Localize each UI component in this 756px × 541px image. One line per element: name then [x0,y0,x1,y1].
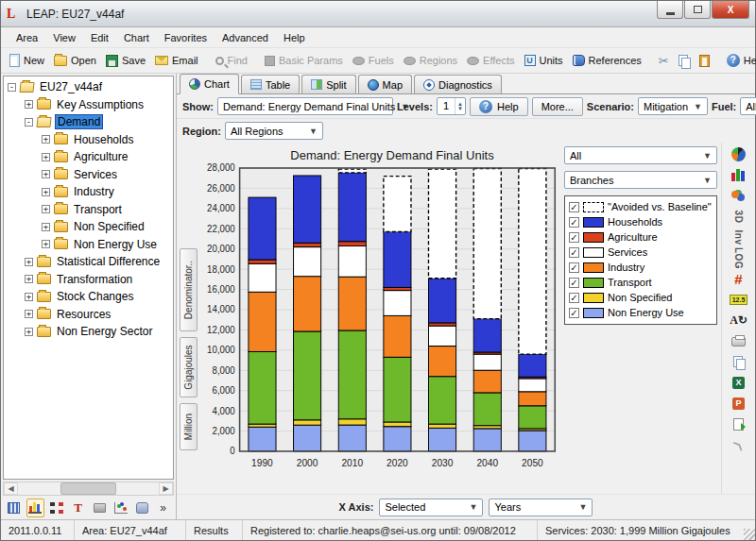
region-select[interactable]: All Regions▼ [225,122,323,140]
tree-horizontal-scrollbar[interactable]: ◀ ▶ [3,482,174,496]
results-view-icon[interactable] [26,499,45,517]
expand-icon[interactable]: + [42,153,50,161]
paste-button[interactable] [695,52,714,70]
show-select[interactable]: Demand: Energy Demand Final Units▼ [217,97,393,115]
more-button[interactable]: More... [532,97,583,116]
effects-button[interactable]: Effects [462,52,519,69]
tab-diagnostics[interactable]: Diagnostics [414,75,502,93]
menu-area[interactable]: Area [9,29,45,46]
minimize-button[interactable] [657,1,683,19]
fuels-button[interactable]: Fuels [348,52,399,69]
unit-axis-button[interactable]: Gigajoules [180,337,198,397]
rotate-labels-icon[interactable]: A↻ [729,313,749,329]
expand-icon[interactable]: + [25,258,33,266]
menu-favorites[interactable]: Favorites [157,29,215,46]
analysis-view-icon[interactable] [5,499,24,517]
resize-grip[interactable] [744,529,755,540]
scale-axis-button[interactable]: Million [180,403,198,450]
tree-item-stock-changes[interactable]: +Stock Changes [4,288,173,306]
tree-item-industry[interactable]: +Industry [4,183,173,201]
tree-item-non-energy-use[interactable]: +Non Energy Use [4,236,173,254]
overviews-view-icon[interactable] [112,499,130,517]
tree-item-transformation[interactable]: +Transformation [4,271,173,289]
units-button[interactable]: UUnits [520,52,568,69]
export-file-icon[interactable] [729,416,749,432]
fuel-select[interactable]: All Fuels▼ [740,97,756,115]
menu-advanced[interactable]: Advanced [215,29,276,46]
tree-item-eu27[interactable]: -EU27_v44af [4,78,173,96]
notes-view-icon[interactable] [133,499,152,517]
tree-item-transport[interactable]: +Transport [4,201,173,219]
spin-down-icon[interactable]: ▼ [457,107,463,111]
tree-item-households[interactable]: +Households [4,131,173,149]
print-icon[interactable] [729,333,749,349]
menu-help[interactable]: Help [276,29,313,46]
tree-item-key-assumptions[interactable]: +Key Assumptions [4,96,173,114]
bar-chart-type-icon[interactable] [729,167,749,183]
tab-map[interactable]: Map [358,75,412,93]
viewbar-overflow-chevron[interactable]: » [154,501,172,515]
gridlines-toggle-icon[interactable]: # [729,271,749,287]
legend-mode-select[interactable]: Branches▼ [564,171,717,189]
tab-split[interactable]: Split [301,75,355,93]
help-button[interactable]: ?Help [722,51,756,70]
fuel-filter-select[interactable]: All▼ [564,146,717,164]
legend-item-households[interactable]: ✓Households [569,215,713,229]
checkbox-checked-icon[interactable]: ✓ [569,247,579,258]
cut-button[interactable]: ✂ [654,52,674,70]
legend-item-transport[interactable]: ✓Transport [569,276,713,290]
decimals-button[interactable]: 12.5 [729,292,749,308]
expand-icon[interactable]: + [42,170,50,178]
legend-item-non-energy-use[interactable]: ✓Non Energy Use [569,306,713,320]
close-button[interactable]: X [712,1,749,19]
collapse-icon[interactable]: - [25,118,33,127]
expand-icon[interactable]: + [42,240,50,248]
new-button[interactable]: New [5,51,49,70]
maximize-button[interactable] [684,1,711,19]
tree-item-resources[interactable]: +Resources [4,306,173,324]
expand-icon[interactable]: + [42,188,50,196]
open-button[interactable]: Open [49,52,101,69]
expand-icon[interactable]: + [42,135,50,144]
tree-item-agriculture[interactable]: +Agriculture [4,148,173,166]
export-powerpoint-icon[interactable]: P [729,396,749,412]
chart-gallery-icon[interactable] [729,188,749,204]
save-button[interactable]: Save [101,52,150,70]
checkbox-checked-icon[interactable]: ✓ [569,293,579,303]
tree-item-demand[interactable]: -Demand [4,113,173,131]
checkbox-checked-icon[interactable]: ✓ [569,202,579,212]
checkbox-checked-icon[interactable]: ✓ [569,262,579,273]
scrollbar-thumb[interactable] [60,482,117,495]
tree-item-non-specified[interactable]: +Non Specified [4,218,173,236]
checkbox-checked-icon[interactable]: ✓ [569,232,579,243]
export-excel-icon[interactable]: X [729,375,749,391]
scroll-right-arrow[interactable]: ▶ [159,482,173,495]
tree-item-non-energy-sector[interactable]: +Non Energy Sector [4,323,173,341]
legend-item-industry[interactable]: ✓Industry [569,261,713,275]
references-button[interactable]: References [568,52,646,69]
copy-button[interactable] [674,52,695,70]
collapse-icon[interactable]: - [8,83,16,92]
chart-settings-wrench-icon[interactable]: 〉 [729,437,749,453]
invert-toggle-button[interactable]: Inv [729,229,749,245]
email-button[interactable]: Email [150,52,203,69]
scroll-left-arrow[interactable]: ◀ [4,482,18,495]
expand-icon[interactable]: + [25,310,33,318]
chart-help-button[interactable]: ?Help [470,97,528,116]
scenario-select[interactable]: Mitigation▼ [638,97,708,115]
regions-button[interactable]: Regions [399,52,462,69]
menu-edit[interactable]: Edit [83,29,116,46]
legend-item-services[interactable]: ✓Services [569,245,713,260]
summaries-view-icon[interactable] [90,499,109,517]
3d-toggle-button[interactable]: 3D [729,209,749,225]
balance-view-icon[interactable]: T [69,499,88,517]
tab-table[interactable]: Table [241,75,300,93]
diagram-view-icon[interactable] [47,499,66,517]
tree-item-services[interactable]: +Services [4,166,173,184]
tab-chart[interactable]: Chart [180,74,239,94]
xaxis-unit-select[interactable]: Years▼ [489,499,593,516]
log-scale-toggle-button[interactable]: LOG [729,250,749,266]
checkbox-checked-icon[interactable]: ✓ [569,308,579,318]
levels-stepper[interactable]: 1▲▼ [437,97,466,115]
basic-params-button[interactable]: Basic Params [260,52,348,69]
